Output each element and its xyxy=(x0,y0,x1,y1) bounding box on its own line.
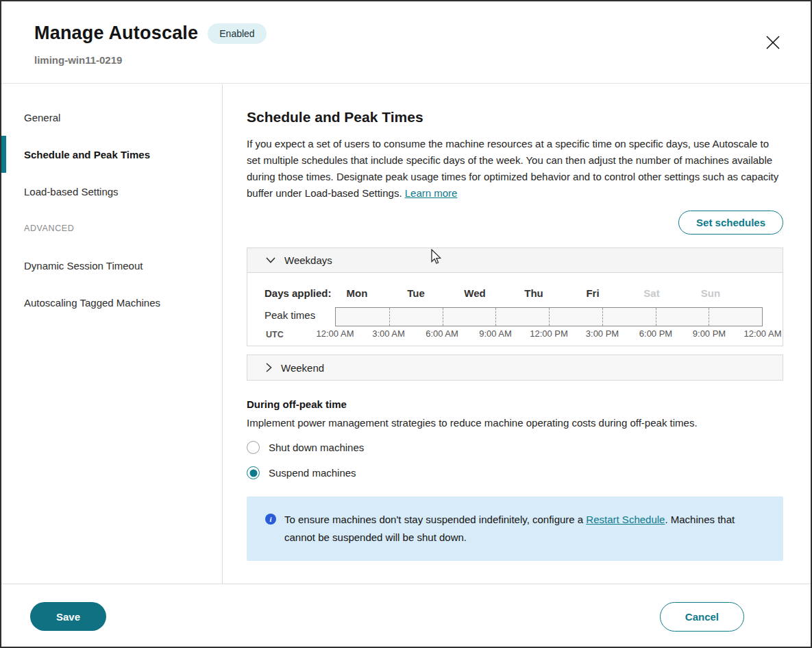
weekdays-panel-header[interactable]: Weekdays xyxy=(247,248,783,273)
peak-times-label: Peak times xyxy=(264,309,315,321)
radio-shut-down-machines[interactable]: Shut down machines xyxy=(247,441,783,454)
off-peak-title: During off-peak time xyxy=(247,398,783,410)
weekend-panel: Weekend xyxy=(247,355,783,381)
learn-more-link[interactable]: Learn more xyxy=(405,187,458,199)
close-icon xyxy=(764,34,782,51)
time-tick-label: 6:00 PM xyxy=(639,328,672,339)
days-row: Mon Tue Wed Thu Fri Sat Sun xyxy=(328,287,740,299)
timeline-tick xyxy=(443,308,443,326)
main-panel: Schedule and Peak Times If you expect a … xyxy=(223,84,811,584)
sidebar-item-label: General xyxy=(24,112,60,123)
time-tick-label: 6:00 AM xyxy=(426,328,458,339)
sidebar-item-load-based-settings[interactable]: Load-based Settings xyxy=(1,173,222,210)
info-icon: i xyxy=(265,514,276,525)
weekdays-panel-title: Weekdays xyxy=(284,254,332,266)
info-banner-text: To ensure machines don't stay suspended … xyxy=(284,511,763,547)
cancel-button[interactable]: Cancel xyxy=(660,602,744,632)
page-title: Manage Autoscale xyxy=(34,23,198,44)
section-description: If you expect a set of users to consume … xyxy=(247,136,783,202)
sidebar-section-advanced: ADVANCED xyxy=(1,210,222,247)
section-title: Schedule and Peak Times xyxy=(247,109,783,125)
time-tick-label: 9:00 PM xyxy=(693,328,726,339)
sidebar-item-general[interactable]: General xyxy=(1,99,222,136)
weekdays-panel-body: Days applied: Mon Tue Wed Thu Fri Sat Su… xyxy=(247,273,783,346)
save-button[interactable]: Save xyxy=(30,602,106,631)
close-button[interactable] xyxy=(763,33,783,53)
timezone-label: UTC xyxy=(266,330,284,339)
manage-autoscale-dialog: Manage Autoscale Enabled liming-win11-02… xyxy=(0,0,812,648)
time-axis: 12:00 AM 3:00 AM 6:00 AM 9:00 AM 12:00 P… xyxy=(335,328,763,339)
sidebar-item-autoscaling-tagged-machines[interactable]: Autoscaling Tagged Machines xyxy=(1,284,222,321)
info-text-before-link: To ensure machines don't stay suspended … xyxy=(284,514,586,525)
off-peak-description: Implement power management strategies to… xyxy=(247,417,783,429)
time-tick-label: 12:00 AM xyxy=(744,328,782,339)
weekend-panel-title: Weekend xyxy=(281,362,324,374)
day-fri: Fri xyxy=(563,287,622,299)
sidebar-item-label: Schedule and Peak Times xyxy=(24,149,150,160)
time-tick-label: 3:00 AM xyxy=(372,328,405,339)
day-tue: Tue xyxy=(386,287,445,299)
time-tick-label: 12:00 AM xyxy=(317,328,354,339)
chevron-down-icon xyxy=(266,257,275,263)
timeline-tick xyxy=(389,308,390,326)
timeline-tick xyxy=(709,308,709,326)
timeline-tick xyxy=(656,308,656,326)
day-sat: Sat xyxy=(622,287,681,299)
day-wed: Wed xyxy=(445,287,504,299)
radio-icon xyxy=(247,466,260,479)
chevron-right-icon xyxy=(266,363,272,372)
day-mon: Mon xyxy=(328,287,386,299)
day-sun: Sun xyxy=(681,287,740,299)
time-tick-label: 12:00 PM xyxy=(530,328,568,339)
timeline-tick xyxy=(495,308,496,326)
radio-label: Shut down machines xyxy=(269,442,364,453)
info-banner: i To ensure machines don't stay suspende… xyxy=(247,496,783,561)
status-badge: Enabled xyxy=(208,23,266,44)
sidebar: General Schedule and Peak Times Load-bas… xyxy=(1,84,223,584)
sidebar-item-label: Dynamic Session Timeout xyxy=(24,260,143,272)
peak-times-timeline[interactable] xyxy=(335,307,763,326)
time-tick-label: 3:00 PM xyxy=(586,328,619,339)
radio-suspend-machines[interactable]: Suspend machines xyxy=(247,466,783,479)
sidebar-item-schedule-and-peak-times[interactable]: Schedule and Peak Times xyxy=(1,136,222,173)
radio-icon xyxy=(247,441,260,454)
day-thu: Thu xyxy=(504,287,563,299)
sidebar-item-label: Autoscaling Tagged Machines xyxy=(24,297,160,309)
weekdays-panel: Weekdays Days applied: Mon Tue Wed Thu F… xyxy=(247,248,783,346)
radio-label: Suspend machines xyxy=(269,467,356,479)
sidebar-item-dynamic-session-timeout[interactable]: Dynamic Session Timeout xyxy=(1,247,222,284)
days-applied-label: Days applied: xyxy=(264,287,332,299)
dialog-footer: Save Cancel xyxy=(1,584,811,647)
timeline-tick xyxy=(549,308,550,326)
time-tick-label: 9:00 AM xyxy=(479,328,512,339)
sidebar-item-label: Load-based Settings xyxy=(24,186,119,197)
delivery-group-name: liming-win11-0219 xyxy=(34,54,122,66)
restart-schedule-link[interactable]: Restart Schedule xyxy=(586,514,665,525)
timeline-tick xyxy=(602,308,603,326)
sidebar-section-label: ADVANCED xyxy=(24,224,74,233)
description-text: If you expect a set of users to consume … xyxy=(247,138,778,199)
set-schedules-button[interactable]: Set schedules xyxy=(678,211,783,235)
weekend-panel-header[interactable]: Weekend xyxy=(247,355,783,380)
dialog-header: Manage Autoscale Enabled liming-win11-02… xyxy=(1,1,811,84)
